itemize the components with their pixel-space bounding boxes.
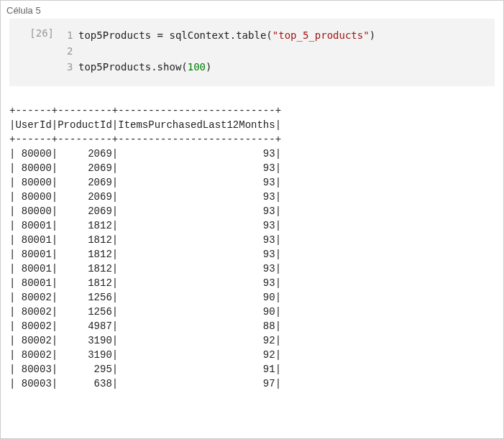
code-content[interactable]: top5Products = sqlContext.table("top_5_p…: [78, 27, 495, 75]
code-token: 100: [188, 61, 206, 73]
output-line: | 80001| 1812| 93|: [9, 218, 495, 233]
cell-output: +------+---------+----------------------…: [1, 86, 503, 391]
output-line: | 80002| 3190| 92|: [9, 333, 495, 348]
code-token: ): [206, 61, 211, 73]
code-token: show: [157, 61, 182, 73]
output-line: | 80000| 2069| 93|: [9, 204, 495, 218]
code-line: top5Products = sqlContext.table("top_5_p…: [78, 27, 495, 43]
code-line: [78, 43, 495, 59]
line-number: 3: [67, 59, 71, 75]
code-token: top5Products: [78, 29, 151, 41]
output-line: | 80002| 1256| 90|: [9, 305, 495, 319]
output-line: | 80002| 4987| 88|: [9, 319, 495, 333]
code-token: .: [151, 61, 157, 73]
output-line: |UserId|ProductId|ItemsPurchasedLast12Mo…: [9, 118, 495, 132]
output-line: | 80003| 638| 97|: [9, 376, 495, 391]
output-line: | 80002| 3190| 92|: [9, 348, 495, 362]
output-line: | 80001| 1812| 93|: [9, 276, 495, 290]
code-line: top5Products.show(100): [78, 59, 495, 75]
output-line: | 80002| 1256| 90|: [9, 290, 495, 305]
code-cell[interactable]: [26] 1 2 3 top5Products = sqlContext.tab…: [9, 19, 495, 86]
code-token: sqlContext: [169, 29, 229, 41]
output-line: | 80003| 295| 91|: [9, 362, 495, 376]
line-gutter: 1 2 3: [67, 27, 78, 75]
output-line: | 80000| 2069| 93|: [9, 190, 495, 204]
code-token: ): [370, 29, 375, 41]
output-line: | 80000| 2069| 93|: [9, 147, 495, 161]
code-token: top5Products: [78, 61, 151, 73]
cell-title: Célula 5: [1, 1, 503, 19]
code-token: (: [266, 29, 272, 41]
code-token: table: [236, 29, 266, 41]
code-token: .: [230, 29, 236, 41]
line-number: 2: [67, 43, 71, 59]
output-line: | 80000| 2069| 93|: [9, 175, 495, 190]
line-number: 1: [67, 27, 71, 43]
code-token: =: [151, 29, 169, 41]
output-line: | 80000| 2069| 93|: [9, 161, 495, 175]
output-line: +------+---------+----------------------…: [9, 132, 495, 147]
execution-count: [26]: [9, 27, 67, 75]
output-line: | 80001| 1812| 93|: [9, 262, 495, 276]
code-token: (: [181, 61, 187, 73]
output-line: | 80001| 1812| 93|: [9, 233, 495, 247]
output-line: +------+---------+----------------------…: [9, 103, 495, 118]
code-token: "top_5_products": [272, 29, 370, 41]
output-line: | 80001| 1812| 93|: [9, 247, 495, 262]
